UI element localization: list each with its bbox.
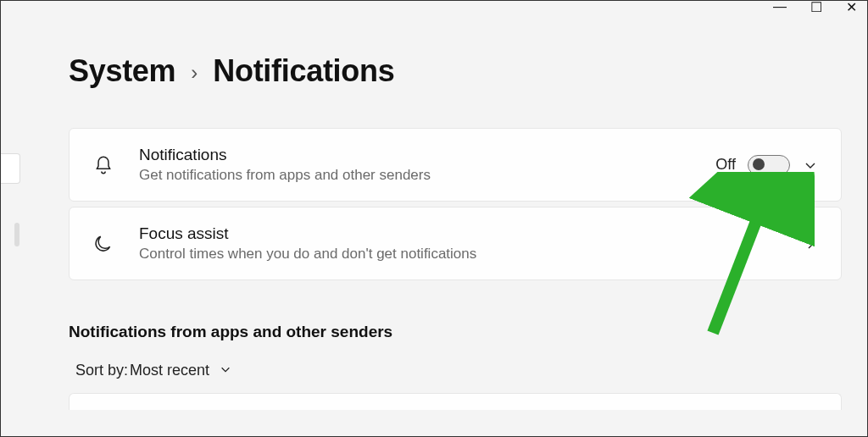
notifications-text: Notifications Get notifications from app…: [139, 146, 715, 184]
focus-assist-text: Focus assist Control times when you do a…: [139, 224, 790, 263]
notifications-toggle[interactable]: [748, 155, 790, 175]
breadcrumb-current: Notifications: [213, 53, 394, 89]
close-button[interactable]: ✕: [846, 0, 857, 15]
navigate-chevron-right-icon[interactable]: [802, 235, 819, 252]
toggle-knob: [753, 158, 765, 170]
notifications-setting-card[interactable]: Notifications Get notifications from app…: [69, 128, 842, 202]
window-controls: — ☐ ✕: [773, 0, 857, 15]
chevron-right-icon: ›: [191, 61, 198, 85]
notifications-subtitle: Get notifications from apps and other se…: [139, 167, 715, 184]
breadcrumb: System › Notifications: [69, 53, 842, 89]
expand-chevron-down-icon[interactable]: [802, 157, 819, 174]
app-sender-card-partial[interactable]: [69, 393, 842, 410]
sort-value: Most recent: [130, 362, 209, 379]
notifications-title: Notifications: [139, 146, 715, 164]
notifications-toggle-area: Off: [715, 155, 790, 175]
left-scroll-marker: [14, 223, 19, 246]
toggle-state-label: Off: [715, 156, 736, 174]
breadcrumb-parent[interactable]: System: [69, 53, 175, 89]
maximize-button[interactable]: ☐: [810, 0, 822, 15]
chevron-down-icon: [220, 362, 231, 379]
settings-content: System › Notifications Notifications Get…: [1, 1, 867, 410]
left-tab-marker: [0, 153, 20, 184]
sort-label: Sort by:: [75, 362, 128, 379]
section-heading: Notifications from apps and other sender…: [69, 323, 842, 341]
moon-icon: [92, 232, 115, 256]
bell-icon: [92, 153, 115, 177]
sort-by-dropdown[interactable]: Sort by: Most recent: [75, 362, 842, 379]
focus-assist-subtitle: Control times when you do and don't get …: [139, 246, 790, 263]
focus-assist-title: Focus assist: [139, 224, 790, 243]
minimize-button[interactable]: —: [773, 0, 787, 15]
focus-assist-setting-card[interactable]: Focus assist Control times when you do a…: [69, 207, 842, 280]
